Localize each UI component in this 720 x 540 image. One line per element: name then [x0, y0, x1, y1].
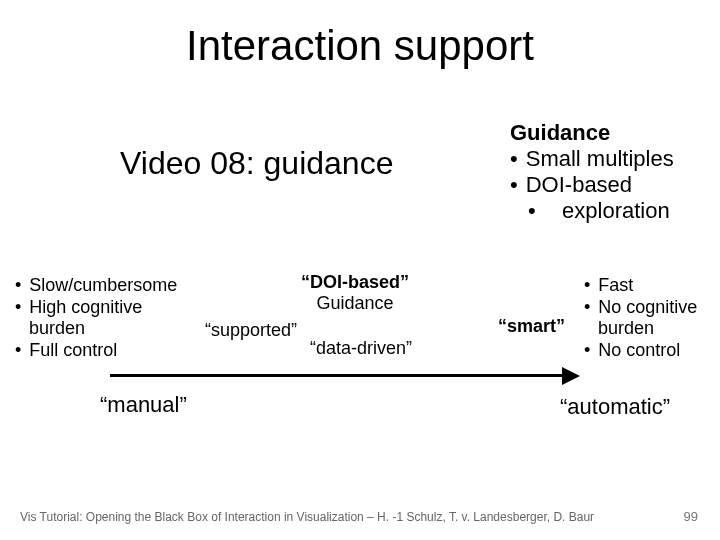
- axis-automatic: “automatic”: [560, 394, 670, 420]
- page-number: 99: [684, 509, 698, 524]
- guidance-heading: Guidance: [510, 120, 710, 146]
- list-item: Fast: [584, 275, 720, 297]
- guidance-list: Small multiples DOI-based exploration: [510, 146, 710, 224]
- list-item: No control: [584, 340, 720, 362]
- slide: Interaction support Video 08: guidance G…: [0, 0, 720, 540]
- list-item: High cognitive burden: [15, 297, 185, 340]
- axis-doibased-line1: “DOI-based”: [301, 272, 409, 292]
- arrow-line: [110, 374, 565, 377]
- list-item: Slow/cumbersome: [15, 275, 185, 297]
- arrowhead-icon: [562, 367, 580, 385]
- list-item: Small multiples: [510, 146, 710, 172]
- slide-subtitle: Video 08: guidance: [120, 145, 393, 182]
- right-attributes: Fast No cognitive burden No control: [584, 275, 720, 361]
- axis-manual: “manual”: [100, 392, 187, 418]
- slide-title: Interaction support: [0, 22, 720, 70]
- footer-citation: Vis Tutorial: Opening the Black Box of I…: [20, 510, 594, 524]
- list-item: Full control: [15, 340, 185, 362]
- guidance-block: Guidance Small multiples DOI-based explo…: [510, 120, 710, 224]
- list-item: DOI-based: [510, 172, 710, 198]
- axis-doibased: “DOI-based” Guidance: [300, 272, 410, 314]
- left-attributes: Slow/cumbersome High cognitive burden Fu…: [15, 275, 185, 361]
- axis-doibased-line2: Guidance: [316, 293, 393, 313]
- axis-datadriven: “data-driven”: [310, 338, 412, 359]
- list-item-text: exploration: [562, 198, 670, 223]
- axis-smart: “smart”: [498, 316, 565, 337]
- axis-supported: “supported”: [205, 320, 297, 341]
- list-item: No cognitive burden: [584, 297, 720, 340]
- spectrum-arrow: [110, 370, 580, 382]
- list-item: exploration: [510, 198, 710, 224]
